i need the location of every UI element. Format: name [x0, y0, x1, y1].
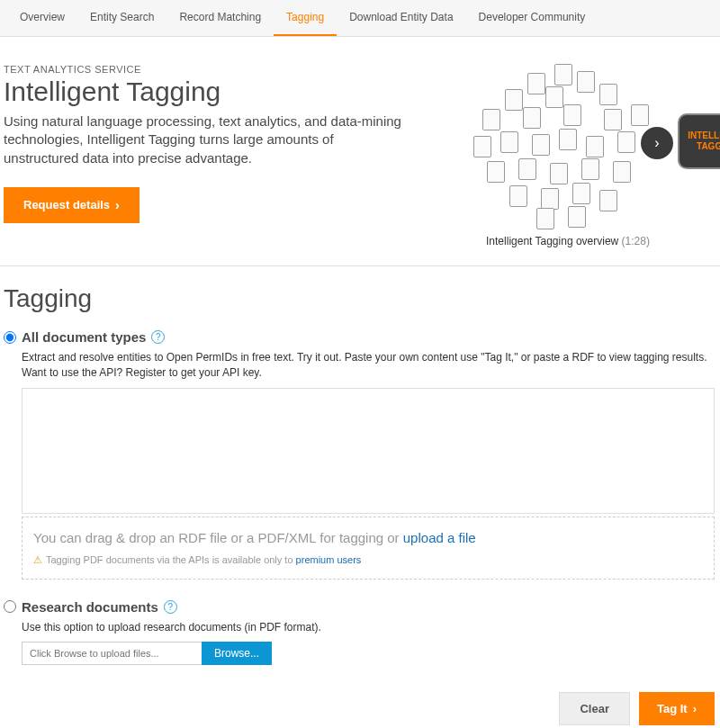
help-icon[interactable]: ?: [164, 600, 177, 614]
nav-developer-community[interactable]: Developer Community: [466, 0, 598, 36]
top-nav: Overview Entity Search Record Matching T…: [0, 0, 720, 37]
all-document-types-radio[interactable]: [4, 331, 16, 344]
research-documents-label: Research documents: [22, 599, 158, 615]
request-details-button[interactable]: Request details ›: [4, 187, 140, 223]
research-documents-option: Research documents ? Use this option to …: [4, 599, 716, 666]
hero-eyebrow: TEXT ANALYTICS SERVICE: [4, 64, 401, 75]
tag-it-button[interactable]: Tag It›: [639, 692, 715, 725]
chevron-right-icon: ›: [115, 198, 120, 212]
hero-description: Using natural language processing, text …: [4, 112, 401, 167]
chevron-right-icon: ›: [693, 702, 697, 715]
all-document-types-label: All document types: [22, 329, 146, 345]
dropzone-text: You can drag & drop an RDF file or a PDF…: [33, 530, 703, 545]
section-title: Tagging: [4, 284, 716, 313]
all-document-types-description: Extract and resolve entities to Open Per…: [22, 350, 716, 381]
drop-zone[interactable]: You can drag & drop an RDF file or a PDF…: [22, 517, 715, 580]
nav-download-entity-data[interactable]: Download Entity Data: [337, 0, 465, 36]
play-video-button[interactable]: ›: [641, 127, 673, 159]
intelligent-tagging-graphic: INTELLIGENTTAGGING: [678, 113, 720, 169]
browse-button[interactable]: Browse...: [202, 642, 272, 665]
action-bar: Clear Tag It›: [0, 685, 720, 728]
content-textarea[interactable]: [22, 388, 715, 514]
warning-icon: ⚠: [33, 554, 42, 566]
hero-section: TEXT ANALYTICS SERVICE Intelligent Taggi…: [0, 37, 720, 266]
file-path-input[interactable]: [22, 642, 202, 665]
document-cloud-graphic: › INTELLIGENTTAGGING: [473, 64, 662, 226]
request-details-label: Request details: [23, 198, 110, 211]
clear-button[interactable]: Clear: [559, 692, 630, 725]
page-title: Intelligent Tagging: [4, 76, 401, 107]
premium-users-link[interactable]: premium users: [296, 554, 362, 565]
nav-entity-search[interactable]: Entity Search: [77, 0, 166, 36]
video-caption: Intelligent Tagging overview (1:28): [419, 235, 716, 247]
nav-overview[interactable]: Overview: [7, 0, 77, 36]
research-documents-radio[interactable]: [4, 600, 16, 613]
research-documents-description: Use this option to upload research docum…: [22, 620, 716, 635]
nav-record-matching[interactable]: Record Matching: [166, 0, 274, 36]
upload-file-link[interactable]: upload a file: [403, 530, 476, 545]
help-icon[interactable]: ?: [151, 330, 165, 344]
premium-note: Tagging PDF documents via the APIs is av…: [46, 554, 361, 565]
nav-tagging[interactable]: Tagging: [274, 0, 337, 36]
all-document-types-option: All document types ? Extract and resolve…: [4, 329, 716, 580]
